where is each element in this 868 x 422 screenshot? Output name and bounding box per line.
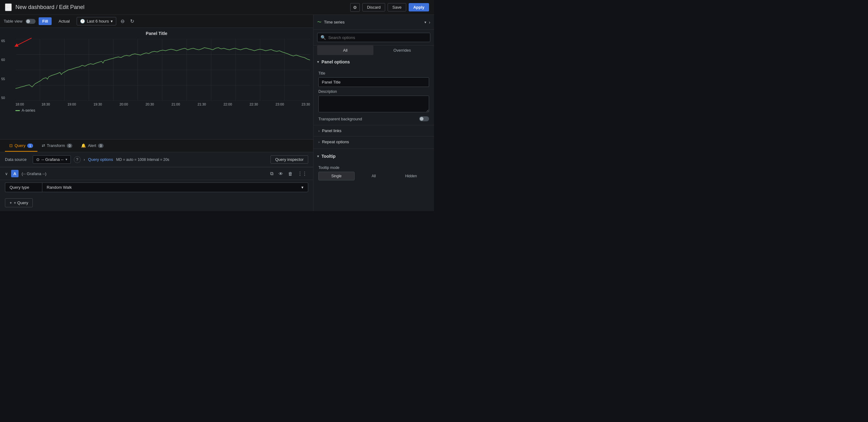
x-label-2330: 23:30 — [301, 103, 310, 106]
panel-description-input[interactable] — [318, 95, 429, 112]
chart-toolbar-left: Table view Fill Actual 🕐 Last 6 hours ▾ … — [4, 17, 135, 25]
tab-all[interactable]: All — [317, 46, 373, 55]
time-range-label: Last 6 hours — [87, 19, 109, 24]
back-button[interactable]: ← — [5, 3, 12, 11]
tooltip-modes: Single All Hidden — [318, 172, 429, 180]
tooltip-single-button[interactable]: Single — [318, 172, 354, 180]
ts-expand-icon[interactable]: › — [429, 20, 430, 25]
datasource-row: Data source ⊙ -- Grafana -- ▾ ? › Query … — [0, 152, 313, 167]
x-axis-labels: 18:00 18:30 19:00 19:30 20:00 20:30 21:0… — [16, 102, 310, 106]
query-ds-name: (-- Grafana --) — [22, 171, 46, 176]
alert-tab-label: Alert — [88, 143, 96, 148]
ds-chevron: ▾ — [65, 158, 67, 162]
query-eye-button[interactable]: 👁 — [277, 170, 284, 177]
transparent-bg-label: Transparent background — [318, 117, 362, 121]
query-drag-handle[interactable]: ⋮⋮ — [297, 170, 308, 177]
ts-label: Time series — [324, 20, 425, 24]
x-label-2000: 20:00 — [120, 103, 128, 106]
repeat-options-chevron: › — [318, 140, 320, 144]
transparent-bg-toggle[interactable] — [419, 116, 429, 121]
transparent-bg-row: Transparent background — [318, 116, 429, 121]
ds-help-button[interactable]: ? — [74, 156, 81, 163]
query-options-row: › Query options MD = auto = 1008 Interva… — [84, 157, 268, 162]
query-inspector-button[interactable]: Query inspector — [271, 155, 308, 164]
panel-links-header[interactable]: › Panel links — [313, 126, 434, 136]
x-label-1900: 19:00 — [67, 103, 76, 106]
tab-transform[interactable]: ⇄ Transform 0 — [37, 140, 77, 151]
query-options-info: MD = auto = 1008 Interval = 20s — [116, 158, 169, 162]
panel-title-input[interactable] — [318, 77, 429, 87]
y-label-65: 65 — [1, 39, 5, 43]
query-tab-label: Query — [14, 143, 25, 148]
panel-options-chevron: ▾ — [317, 60, 319, 64]
query-collapse-button[interactable]: ∨ — [5, 171, 8, 176]
search-options-row: 🔍 — [313, 30, 434, 46]
chart-svg — [16, 39, 310, 101]
transform-tab-icon: ⇄ — [42, 143, 45, 148]
y-label-60: 60 — [1, 58, 5, 62]
x-label-2300: 23:00 — [275, 103, 284, 106]
query-copy-button[interactable]: ⧉ — [269, 170, 275, 177]
y-label-50: 50 — [1, 96, 5, 100]
tooltip-all-button[interactable]: All — [356, 172, 392, 180]
x-label-2230: 22:30 — [249, 103, 258, 106]
tooltip-section: ▾ Tooltip Tooltip mode Single All Hidden — [313, 149, 434, 185]
desc-field-label: Description — [318, 89, 429, 94]
x-label-2130: 21:30 — [197, 103, 206, 106]
datasource-selector[interactable]: ⊙ -- Grafana -- ▾ — [33, 155, 71, 164]
x-label-1800: 18:00 — [16, 103, 24, 106]
tab-alert[interactable]: 🔔 Alert 0 — [77, 140, 108, 151]
query-type-select[interactable]: Random Walk ▾ — [42, 182, 308, 192]
save-button[interactable]: Save — [388, 3, 406, 11]
repeat-options-header[interactable]: › Repeat options — [313, 137, 434, 147]
y-label-55: 55 — [1, 77, 5, 81]
settings-button[interactable]: ⚙ — [350, 3, 360, 12]
topbar-right: ⚙ Discard Save Apply — [350, 3, 429, 12]
query-type-row: Query type Random Walk ▾ — [0, 180, 313, 195]
query-delete-button[interactable]: 🗑 — [287, 170, 294, 177]
query-item-header: ∨ A (-- Grafana --) ⧉ 👁 🗑 ⋮⋮ — [0, 167, 313, 180]
ds-icon: ⊙ — [36, 157, 39, 162]
chart-legend: A-series — [0, 107, 313, 114]
tooltip-chevron: ▾ — [317, 154, 319, 159]
x-label-2030: 20:30 — [146, 103, 154, 106]
clock-icon: 🕐 — [80, 19, 85, 24]
table-view-label: Table view — [4, 19, 23, 24]
query-tab-icon: ⊡ — [9, 143, 13, 148]
query-letter: A — [11, 170, 19, 177]
table-view-toggle[interactable] — [26, 19, 35, 24]
actual-button[interactable]: Actual — [55, 17, 73, 25]
panel-options-header[interactable]: ▾ Panel options — [313, 56, 434, 67]
tooltip-content: Tooltip mode Single All Hidden — [313, 162, 434, 184]
query-type-value: Random Walk — [47, 185, 72, 190]
query-item-a: ∨ A (-- Grafana --) ⧉ 👁 🗑 ⋮⋮ Query type … — [0, 167, 313, 195]
discard-button[interactable]: Discard — [362, 3, 385, 11]
add-query-button[interactable]: + + Query — [5, 198, 33, 207]
tooltip-hidden-button[interactable]: Hidden — [393, 172, 429, 180]
tab-overrides[interactable]: Overrides — [374, 46, 430, 55]
chart-area: Panel Title 65 60 55 50 — [0, 28, 313, 139]
time-range-chevron: ▾ — [111, 19, 113, 24]
apply-button[interactable]: Apply — [409, 3, 429, 11]
ds-text: -- Grafana -- — [41, 157, 64, 162]
legend-label: A-series — [22, 108, 35, 113]
transform-tab-label: Transform — [47, 143, 65, 148]
page-title: New dashboard / Edit Panel — [16, 4, 84, 10]
panel-links-title: Panel links — [322, 129, 342, 133]
tab-query[interactable]: ⊡ Query 1 — [5, 140, 37, 151]
left-panel: Table view Fill Actual 🕐 Last 6 hours ▾ … — [0, 15, 313, 211]
refresh-button[interactable]: ↻ — [129, 17, 135, 25]
fill-button[interactable]: Fill — [39, 17, 52, 25]
add-query-label: + Query — [14, 200, 28, 205]
time-range-button[interactable]: 🕐 Last 6 hours ▾ — [77, 17, 117, 25]
tooltip-header[interactable]: ▾ Tooltip — [313, 151, 434, 162]
query-tab-badge: 1 — [27, 144, 33, 148]
chart-toolbar: Table view Fill Actual 🕐 Last 6 hours ▾ … — [0, 15, 313, 28]
query-options-button[interactable]: Query options — [88, 157, 113, 162]
search-options-input[interactable] — [328, 35, 427, 40]
topbar-left: ← New dashboard / Edit Panel — [5, 3, 84, 11]
add-query-row: + + Query — [0, 195, 313, 211]
chart-title: Panel Title — [0, 28, 313, 39]
search-icon: 🔍 — [320, 35, 326, 40]
zoom-button[interactable]: ⊖ — [119, 17, 126, 25]
